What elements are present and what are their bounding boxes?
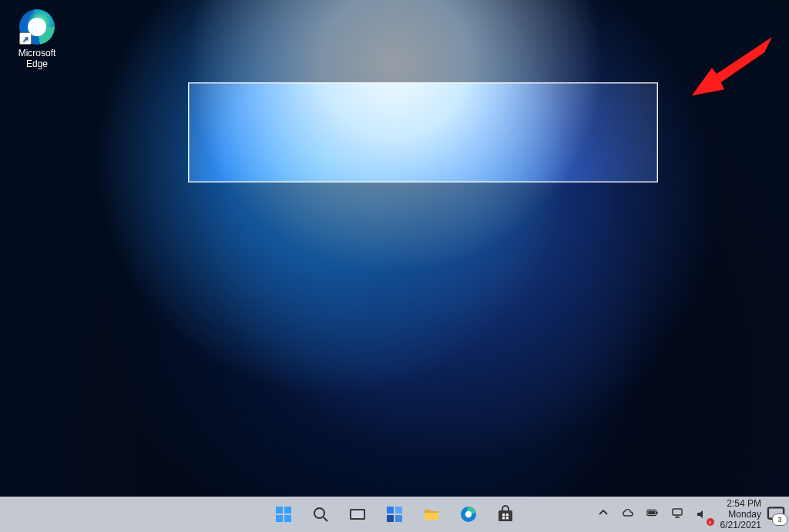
widgets-button[interactable] [380,500,409,529]
svg-rect-17 [502,514,505,516]
tray-network[interactable] [668,504,687,525]
svg-line-7 [324,517,327,521]
clock-time: 2:54 PM [720,498,761,509]
store-icon [496,505,515,524]
snip-dim-overlay [0,0,789,532]
desktop-icon-edge[interactable]: ↗ MicrosoftEdge [8,9,66,69]
tray-overflow-button[interactable] [594,504,613,525]
volume-muted-badge: × [707,518,714,526]
system-tray: × [589,504,716,525]
action-center-button[interactable]: 3 [766,504,786,524]
taskbar-center [269,497,520,532]
svg-rect-10 [387,507,394,514]
taskbar: × 2:54 PM Monday 6/21/2021 3 [0,497,789,532]
tray-onedrive[interactable] [619,504,637,525]
taskbar-right: × 2:54 PM Monday 6/21/2021 3 [589,497,786,532]
task-view-icon [348,505,367,524]
snip-selection[interactable] [188,82,658,182]
svg-rect-2 [276,507,283,514]
svg-rect-22 [656,512,657,514]
svg-rect-3 [284,507,291,514]
svg-point-6 [314,508,324,518]
search-button[interactable] [306,500,335,529]
windows-logo-icon [274,505,293,524]
battery-icon [646,507,659,519]
svg-rect-5 [284,515,291,522]
shortcut-arrow-icon: ↗ [19,32,32,45]
search-icon [311,505,330,524]
desktop-icon-label: MicrosoftEdge [18,48,56,69]
tray-volume[interactable]: × [693,505,711,524]
edge-button[interactable] [454,500,483,529]
svg-rect-24 [673,509,682,515]
svg-point-15 [465,511,472,517]
svg-rect-13 [395,515,402,522]
task-view-button[interactable] [343,500,372,529]
tray-battery[interactable] [643,504,662,525]
svg-rect-16 [499,510,512,521]
cloud-icon [622,507,634,519]
svg-rect-11 [395,507,402,514]
file-explorer-button[interactable] [417,500,446,529]
edge-taskbar-icon [459,505,478,524]
notification-badge: 3 [772,514,787,526]
clock-date: 6/21/2021 [720,520,761,530]
desktop-wallpaper[interactable]: ↗ MicrosoftEdge [0,0,789,532]
network-icon [671,507,683,519]
taskbar-clock[interactable]: 2:54 PM Monday 6/21/2021 [717,498,764,530]
start-button[interactable] [269,500,298,529]
store-button[interactable] [491,500,520,529]
svg-rect-12 [387,515,394,522]
svg-rect-18 [506,514,509,516]
chevron-up-icon [597,507,609,519]
svg-rect-4 [276,515,283,522]
volume-icon [696,508,708,520]
svg-rect-9 [351,510,364,518]
svg-rect-23 [648,511,655,514]
file-explorer-icon [422,505,441,524]
clock-day: Monday [720,509,761,520]
widgets-icon [385,505,404,524]
edge-icon: ↗ [19,9,55,45]
svg-rect-20 [506,517,509,519]
svg-rect-19 [502,517,505,519]
